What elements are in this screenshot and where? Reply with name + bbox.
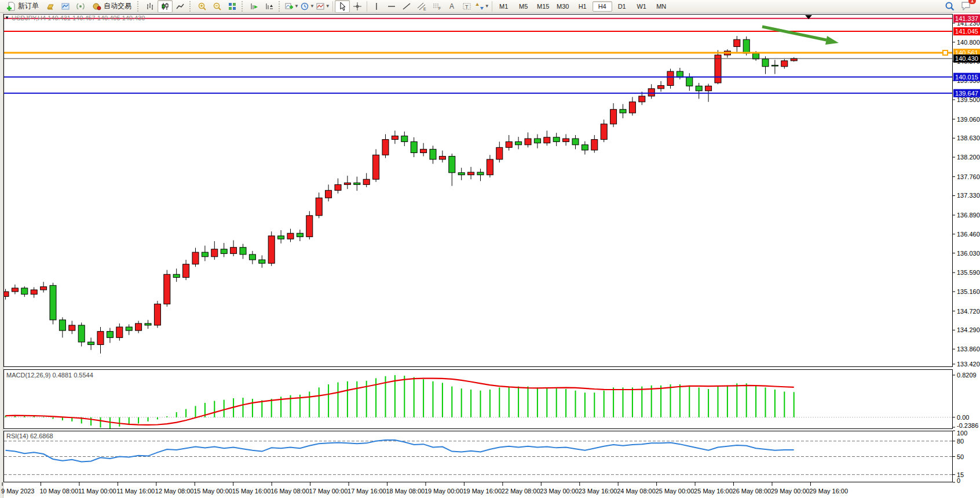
timeframe-mn[interactable]: MN [652, 1, 671, 12]
chart-title: USDJPY,H4 140.431 140.457 140.405 140.43… [12, 14, 145, 21]
trendline-button[interactable] [399, 0, 414, 13]
price-tick-label: 133.420 [957, 361, 980, 368]
timeframe-m1[interactable]: M1 [494, 1, 514, 12]
price-badge-label: 140.430 [955, 55, 978, 62]
text-button[interactable]: A [444, 0, 459, 13]
price-tick-label: 133.860 [957, 346, 980, 352]
svg-text:T: T [465, 3, 469, 9]
price-tick-label: 135.160 [957, 288, 980, 295]
bar-chart-button[interactable] [142, 0, 158, 13]
time-axis-label: 19 May 00:00 [425, 488, 463, 495]
vertical-line-icon [372, 2, 381, 11]
crosshair-button[interactable] [350, 0, 365, 13]
timeframe-w1[interactable]: W1 [632, 1, 652, 12]
chat-button[interactable]: 1 [961, 1, 972, 12]
bar-chart-icon [145, 2, 155, 11]
market-window-button[interactable] [58, 0, 73, 13]
toolbar-grip [242, 1, 245, 12]
time-axis-label: 12 May 08:00 [155, 488, 194, 495]
price-badge-label: 141.337 [955, 15, 978, 22]
timeframe-m5[interactable]: M5 [514, 1, 533, 12]
horizontal-line-icon [387, 2, 396, 11]
price-tick-label: 135.590 [957, 269, 980, 276]
templates-button[interactable]: ▼ [315, 0, 331, 13]
zoom-in-icon [198, 2, 207, 11]
indicators-icon [284, 2, 294, 11]
text-label-icon: T [462, 2, 471, 11]
auto-scroll-button[interactable] [247, 0, 262, 13]
autotrading-icon [92, 2, 101, 11]
periods-button[interactable]: ▼ [299, 0, 315, 13]
toolbar-separator [367, 1, 367, 12]
timeframe-h1[interactable]: H1 [573, 1, 593, 12]
time-axis-label: 15 May 16:00 [232, 488, 271, 495]
zoom-in-button[interactable] [195, 0, 210, 13]
chevron-down-icon: ▼ [326, 3, 330, 9]
fibonacci-icon: F [432, 2, 441, 11]
cursor-icon [338, 2, 347, 11]
time-axis-label: 22 May 08:00 [502, 488, 540, 495]
line-chart-icon [175, 2, 185, 11]
time-axis-label: 19 May 16:00 [463, 488, 502, 495]
trend-arrow[interactable] [762, 27, 827, 40]
text-label-button[interactable]: T [459, 0, 474, 13]
timeframe-m30[interactable]: M30 [553, 1, 573, 12]
time-axis-label: 25 May 00:00 [656, 488, 694, 495]
time-axis-label: 29 May 00:00 [771, 488, 810, 495]
chat-badge: 1 [968, 0, 976, 4]
time-axis-label: 9 May 2023 [1, 488, 34, 495]
new-order-button[interactable]: 新订单 [2, 0, 43, 13]
trend-arrow-head[interactable] [825, 36, 839, 45]
time-axis-label: 16 May 08:00 [270, 488, 309, 495]
time-axis-label: 17 May 16:00 [348, 488, 386, 495]
gold-bar-icon [46, 2, 55, 11]
horizontal-line-button[interactable] [384, 0, 399, 13]
equidistant-channel-icon: E [417, 2, 426, 11]
trendline-icon [402, 2, 411, 11]
timeframe-m15[interactable]: M15 [533, 1, 553, 12]
macd-axis-label: 0.8209 [957, 372, 977, 379]
price-tick-label: 137.330 [957, 192, 980, 199]
time-axis-label: 18 May 08:00 [386, 488, 425, 495]
chevron-down-icon: ▼ [294, 3, 299, 9]
text-icon: A [447, 2, 456, 11]
time-axis-label: 11 May 16:00 [116, 488, 155, 495]
timeframe-d1[interactable]: D1 [612, 1, 632, 12]
new-order-label: 新订单 [18, 1, 39, 11]
gold-bar-button[interactable] [43, 0, 58, 13]
templates-icon [316, 2, 325, 11]
zoom-out-icon [213, 2, 222, 11]
timeframe-h4[interactable]: H4 [593, 1, 612, 12]
time-axis-label: 11 May 00:00 [78, 488, 116, 495]
fibonacci-button[interactable]: F [429, 0, 444, 13]
equidistant-channel-button[interactable]: E [414, 0, 429, 13]
price-tick-label: 136.030 [957, 250, 980, 257]
chart-title-caret-icon[interactable]: ▼ [5, 15, 9, 20]
candlestick-chart-button[interactable] [158, 0, 173, 13]
chart-canvas[interactable]: 141.230140.800140.370139.930139.500139.0… [0, 0, 980, 498]
rsi-indicator-label: RSI(14) 62.6868 [6, 432, 53, 439]
cursor-button[interactable] [335, 0, 350, 13]
svg-text:E: E [423, 7, 426, 11]
arrows-button[interactable]: ▼ [474, 0, 490, 13]
signal-button[interactable] [73, 0, 88, 13]
indicators-button[interactable]: ▼ [284, 0, 299, 13]
time-axis-label: 23 May 16:00 [579, 488, 617, 495]
tile-windows-icon [228, 2, 237, 11]
vertical-line-button[interactable] [369, 0, 384, 13]
search-icon[interactable] [945, 1, 955, 12]
auto-scroll-icon [250, 2, 259, 11]
macd-layer [4, 375, 952, 430]
line-handle[interactable] [943, 50, 948, 55]
rsi-axis-label: 0 [957, 477, 960, 484]
time-axis-label: 25 May 16:00 [694, 488, 733, 495]
time-axis-label: 10 May 08:00 [39, 488, 78, 495]
zoom-out-button[interactable] [210, 0, 225, 13]
autotrading-button[interactable]: 自动交易 [88, 0, 136, 13]
chart-shift-button[interactable] [262, 0, 277, 13]
line-chart-button[interactable] [173, 0, 188, 13]
candlestick-chart-icon [160, 2, 170, 11]
tile-windows-button[interactable] [225, 0, 240, 13]
toolbar-separator [332, 1, 333, 12]
periods-clock-icon [300, 2, 309, 11]
